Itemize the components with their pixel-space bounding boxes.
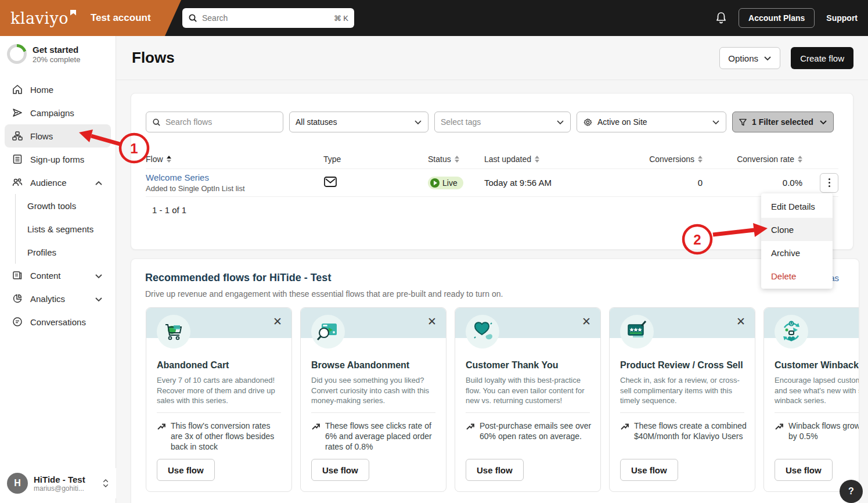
sidebar-item-flows[interactable]: Flows (5, 124, 111, 148)
sidebar-item-label: Analytics (30, 294, 65, 304)
flow-card-description: Build loyalty with this best-practice fl… (466, 375, 591, 406)
filter-selected-button[interactable]: 1 Filter selected (732, 112, 834, 132)
flow-card-title: Customer Thank You (466, 360, 558, 371)
send-icon (12, 107, 23, 118)
flow-card-stat: Post-purchase emails see over 60% open r… (466, 421, 592, 441)
options-button-label: Options (728, 53, 758, 63)
sort-icon (698, 156, 703, 163)
trend-up-icon (775, 422, 784, 431)
use-flow-button[interactable]: Use flow (620, 459, 678, 481)
get-started-progress: 20% complete (33, 55, 80, 64)
avatar: H (7, 473, 28, 494)
trend-up-icon (311, 422, 320, 431)
use-flow-button[interactable]: Use flow (157, 459, 215, 481)
search-flows-field[interactable] (146, 112, 283, 132)
trend-up-icon (620, 422, 629, 431)
sidebar-item-signup-forms[interactable]: Sign-up forms (5, 148, 111, 171)
metric-filter-value: Active on Site (597, 117, 707, 127)
close-icon[interactable]: ✕ (272, 316, 283, 328)
search-flows-input[interactable] (165, 117, 277, 127)
flow-name-link[interactable]: Welcome Series (146, 173, 323, 182)
chevron-down-icon (763, 56, 772, 61)
search-icon (188, 13, 197, 23)
get-started-widget[interactable]: Get started 20% complete (0, 36, 116, 70)
sidebar-item-conversations[interactable]: Conversations (5, 310, 111, 333)
sidebar-item-campaigns[interactable]: Campaigns (5, 101, 111, 124)
account-name-label[interactable]: Test account (91, 12, 151, 24)
sidebar-item-lists-segments[interactable]: Lists & segments (16, 217, 116, 240)
klaviyo-logo[interactable]: klaviyo (10, 9, 69, 27)
sidebar-item-growth-tools[interactable]: Growth tools (16, 194, 116, 217)
help-button[interactable]: ? (840, 480, 863, 503)
options-button[interactable]: Options (719, 47, 780, 69)
sidebar-item-audience[interactable]: Audience (5, 171, 111, 194)
column-header-type: Type (323, 155, 428, 164)
table-row: Welcome Series Added to Single OptIn Lis… (146, 169, 838, 197)
flows-table-card: All statuses Select tags Active on Site … (131, 93, 853, 250)
funnel-icon (739, 118, 747, 127)
main-content: Flows Options Create flow All statuses S… (116, 36, 868, 503)
flow-card-browse-abandonment: ✕ Browse Abandonment Did you see somethi… (300, 307, 446, 492)
home-icon (12, 84, 23, 95)
column-header-last-updated[interactable]: Last updated (484, 155, 618, 164)
sort-icon (167, 156, 171, 163)
menu-item-clone[interactable]: Clone (761, 218, 833, 241)
column-header-status[interactable]: Status (428, 155, 484, 164)
account-switcher[interactable]: H HiTide - Test marius@gohiti... (0, 468, 116, 498)
close-icon[interactable]: ✕ (581, 316, 592, 328)
row-actions-menu-button[interactable] (820, 173, 838, 193)
account-plans-button[interactable]: Account Plans (739, 8, 815, 28)
column-header-conversions[interactable]: Conversions (618, 155, 703, 164)
progress-ring (7, 44, 27, 64)
menu-item-edit-details[interactable]: Edit Details (761, 195, 833, 218)
sidebar-item-analytics[interactable]: Analytics (5, 287, 111, 310)
form-icon (12, 153, 23, 165)
close-icon[interactable]: ✕ (426, 316, 438, 328)
page-header: Flows Options Create flow (116, 36, 868, 80)
flow-card-abandoned-cart: ✕ Abandoned Cart Every 7 of 10 carts are… (146, 307, 292, 492)
support-link[interactable]: Support (826, 13, 858, 23)
tags-filter-placeholder: Select tags (441, 117, 481, 127)
sidebar-item-label: Content (30, 271, 61, 281)
trend-up-icon (466, 422, 475, 431)
tags-filter-dropdown[interactable]: Select tags (434, 112, 571, 132)
flow-card-title: Browse Abandonment (311, 360, 409, 371)
column-header-conversion-rate[interactable]: Conversion rate (703, 155, 802, 164)
bell-icon[interactable] (715, 12, 727, 24)
flow-card-title: Product Review / Cross Sell (620, 360, 743, 371)
chevron-down-icon (95, 271, 103, 281)
search-icon (152, 118, 161, 127)
sidebar-item-label: Audience (30, 178, 67, 188)
sidebar-item-label: Home (30, 85, 53, 95)
menu-item-delete[interactable]: Delete (761, 264, 833, 288)
sort-icon (798, 156, 802, 163)
status-filter-dropdown[interactable]: All statuses (289, 112, 428, 132)
use-flow-button[interactable]: Use flow (466, 459, 524, 481)
get-started-title: Get started (33, 45, 80, 55)
pagination-label: 1 - 1 of 1 (152, 205, 186, 215)
close-icon[interactable]: ✕ (735, 316, 747, 328)
people-icon (12, 177, 23, 188)
flow-cards-row: ✕ Abandoned Cart Every 7 of 10 carts are… (146, 307, 859, 492)
chevron-down-icon (414, 120, 422, 125)
global-search-input[interactable] (202, 13, 334, 23)
flow-card-stat: These flows create a combined $40M/month… (620, 421, 747, 441)
use-flow-button[interactable]: Use flow (311, 459, 369, 481)
sidebar-item-content[interactable]: Content (5, 264, 111, 287)
page-title: Flows (132, 49, 175, 67)
conversions-value: 0 (618, 178, 703, 188)
sidebar-item-home[interactable]: Home (5, 78, 111, 101)
sidebar: Get started 20% complete Home Campaigns … (0, 36, 116, 503)
metric-filter-dropdown[interactable]: Active on Site (577, 112, 726, 132)
recommended-subtitle: Drive up revenue and engagement with the… (145, 289, 503, 299)
search-shortcut: ⌘ K (334, 14, 348, 23)
sort-icon (535, 156, 539, 163)
use-flow-button[interactable]: Use flow (775, 459, 833, 481)
column-header-flow[interactable]: Flow (146, 155, 323, 164)
brand-area: klaviyo Test account (0, 0, 181, 36)
global-search[interactable]: ⌘ K (182, 8, 354, 28)
analytics-icon (12, 293, 23, 304)
sidebar-item-profiles[interactable]: Profiles (16, 240, 116, 264)
create-flow-button[interactable]: Create flow (791, 47, 853, 69)
menu-item-archive[interactable]: Archive (761, 241, 833, 264)
